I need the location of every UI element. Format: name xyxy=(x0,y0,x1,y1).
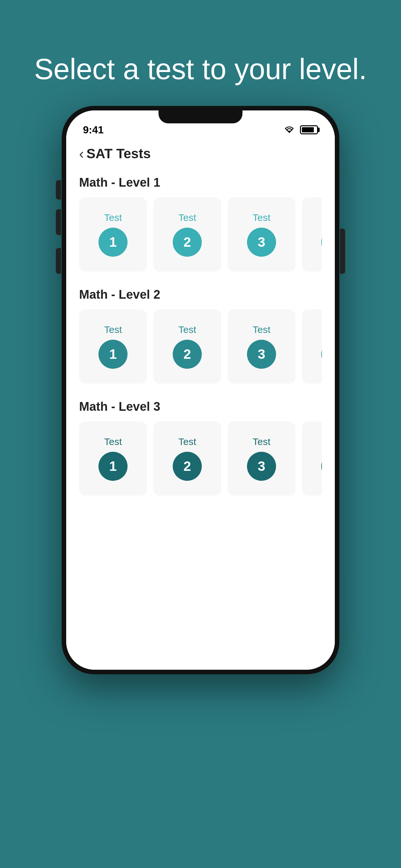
test-label: Test xyxy=(104,324,122,335)
test-card-1-3[interactable]: Test 3 xyxy=(227,197,296,272)
test-card-2-partial[interactable]: Test 4 xyxy=(302,309,322,383)
volume-button xyxy=(56,209,61,235)
test-label: Test xyxy=(252,324,270,335)
test-number-circle: 2 xyxy=(173,452,202,481)
phone-screen: 9:41 ‹ xyxy=(66,111,335,670)
back-button[interactable]: ‹ SAT Tests xyxy=(79,146,151,161)
mute-button xyxy=(56,180,61,199)
test-row-level-2: Test 1 Test 2 Test 3 xyxy=(79,309,322,383)
test-label: Test xyxy=(252,436,270,447)
section-title-level-1: Math - Level 1 xyxy=(79,176,322,190)
test-number-circle: 2 xyxy=(173,228,202,257)
test-number-circle: 1 xyxy=(98,228,127,257)
test-number-circle: 2 xyxy=(173,340,202,369)
test-row-level-3: Test 1 Test 2 Test 3 xyxy=(79,422,322,496)
test-number-circle: 3 xyxy=(247,228,276,257)
test-label: Test xyxy=(104,436,122,447)
section-math-level-2: Math - Level 2 Test 1 Test 2 Test 3 xyxy=(79,288,322,383)
test-card-2-1[interactable]: Test 1 xyxy=(79,309,147,383)
section-title-level-3: Math - Level 3 xyxy=(79,400,322,414)
test-number-circle: 1 xyxy=(98,452,127,481)
battery-fill xyxy=(302,127,314,132)
nav-title: SAT Tests xyxy=(87,146,151,161)
test-number-circle: 1 xyxy=(98,340,127,369)
test-card-3-2[interactable]: Test 2 xyxy=(153,422,221,496)
test-number-circle: 3 xyxy=(247,340,276,369)
status-time: 9:41 xyxy=(83,124,104,136)
test-card-3-1[interactable]: Test 1 xyxy=(79,422,147,496)
test-card-1-1[interactable]: Test 1 xyxy=(79,197,147,272)
test-label: Test xyxy=(252,212,270,223)
nav-bar: ‹ SAT Tests xyxy=(66,140,335,169)
test-card-2-2[interactable]: Test 2 xyxy=(153,309,221,383)
scroll-content[interactable]: Math - Level 1 Test 1 Test 2 Test 3 xyxy=(66,169,335,670)
test-label: Test xyxy=(178,212,196,223)
test-card-2-3[interactable]: Test 3 xyxy=(227,309,296,383)
test-card-3-partial[interactable]: Test 4 xyxy=(302,422,322,496)
test-number-circle: 3 xyxy=(247,452,276,481)
test-card-1-partial[interactable]: Test 4 xyxy=(302,197,322,272)
test-row-level-1: Test 1 Test 2 Test 3 xyxy=(79,197,322,272)
volume-button-2 xyxy=(56,248,61,274)
hero-headline: Select a test to your level. xyxy=(26,52,375,87)
test-label: Test xyxy=(178,324,196,335)
phone-outer: 9:41 ‹ xyxy=(62,106,339,674)
phone-notch xyxy=(158,111,243,123)
section-title-level-2: Math - Level 2 xyxy=(79,288,322,302)
status-icons xyxy=(283,125,318,134)
test-card-3-3[interactable]: Test 3 xyxy=(227,422,296,496)
battery-icon xyxy=(300,125,318,134)
test-label: Test xyxy=(104,212,122,223)
back-chevron-icon: ‹ xyxy=(79,147,84,161)
phone-wrapper: 9:41 ‹ xyxy=(55,106,346,868)
section-math-level-3: Math - Level 3 Test 1 Test 2 Test 3 xyxy=(79,400,322,496)
section-math-level-1: Math - Level 1 Test 1 Test 2 Test 3 xyxy=(79,176,322,272)
hero-section: Select a test to your level. xyxy=(0,0,401,106)
test-card-1-2[interactable]: Test 2 xyxy=(153,197,221,272)
power-button xyxy=(340,228,345,274)
wifi-icon xyxy=(283,125,296,134)
test-label: Test xyxy=(178,436,196,447)
